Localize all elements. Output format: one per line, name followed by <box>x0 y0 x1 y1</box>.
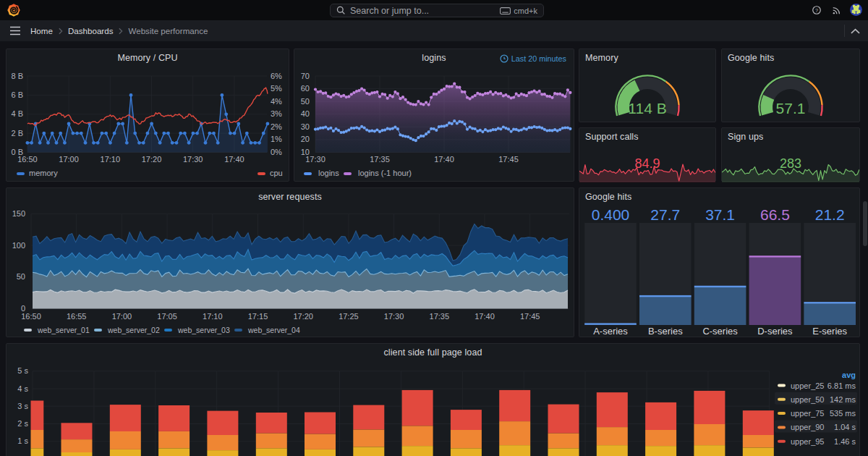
svg-text:D-series: D-series <box>757 326 793 337</box>
svg-text:upper_95: upper_95 <box>791 437 825 446</box>
svg-text:84.9: 84.9 <box>634 156 660 171</box>
svg-text:17:30: 17:30 <box>384 312 404 321</box>
svg-text:2 s: 2 s <box>17 419 28 428</box>
svg-text:web_server_04: web_server_04 <box>247 326 300 334</box>
svg-text:4 B: 4 B <box>11 109 23 118</box>
svg-text:4 s: 4 s <box>17 384 28 393</box>
svg-text:50: 50 <box>301 97 310 106</box>
svg-text:5 s: 5 s <box>17 366 28 375</box>
svg-text:6.81 ms: 6.81 ms <box>827 381 856 390</box>
svg-text:cpu: cpu <box>270 169 283 177</box>
svg-text:17:25: 17:25 <box>339 312 359 321</box>
svg-text:logins: logins <box>318 169 339 177</box>
svg-text:0%: 0% <box>271 148 282 156</box>
svg-text:66.5: 66.5 <box>760 206 790 223</box>
svg-text:logins (-1 hour): logins (-1 hour) <box>358 169 412 177</box>
svg-text:27.7: 27.7 <box>650 206 680 223</box>
svg-text:2%: 2% <box>271 122 282 131</box>
svg-text:17:35: 17:35 <box>430 312 450 321</box>
svg-text:0.400: 0.400 <box>592 206 630 223</box>
svg-text:17:35: 17:35 <box>370 155 390 164</box>
svg-text:17:00: 17:00 <box>112 312 132 321</box>
svg-text:2 B: 2 B <box>11 129 23 138</box>
svg-text:40: 40 <box>301 109 310 118</box>
svg-text:C-series: C-series <box>702 326 738 337</box>
svg-text:17:20: 17:20 <box>142 155 162 164</box>
svg-text:?: ? <box>815 7 818 14</box>
svg-text:6 B: 6 B <box>11 90 23 99</box>
svg-text:37.1: 37.1 <box>705 206 735 223</box>
svg-text:17:45: 17:45 <box>520 312 540 321</box>
svg-text:114 B: 114 B <box>628 100 666 117</box>
svg-text:3%: 3% <box>271 109 282 118</box>
svg-text:1.46 s: 1.46 s <box>834 437 856 446</box>
svg-text:16:50: 16:50 <box>21 312 41 321</box>
svg-text:142 ms: 142 ms <box>830 395 856 404</box>
svg-text:535 ms: 535 ms <box>830 409 856 418</box>
svg-text:web_server_02: web_server_02 <box>107 326 160 334</box>
svg-text:B-series: B-series <box>648 326 683 337</box>
svg-text:1%: 1% <box>271 135 282 143</box>
svg-text:17:30: 17:30 <box>183 155 203 164</box>
svg-text:17:05: 17:05 <box>157 312 177 321</box>
svg-text:50: 50 <box>17 272 25 281</box>
svg-text:17:45: 17:45 <box>498 155 519 164</box>
svg-text:1.04 s: 1.04 s <box>834 423 856 431</box>
svg-text:1 s: 1 s <box>17 436 28 445</box>
svg-text:70: 70 <box>301 72 310 80</box>
svg-text:6%: 6% <box>271 72 282 80</box>
svg-text:16:55: 16:55 <box>67 312 87 321</box>
svg-text:4%: 4% <box>271 97 282 106</box>
svg-text:100: 100 <box>12 241 25 250</box>
svg-text:150: 150 <box>12 209 25 218</box>
svg-text:17:40: 17:40 <box>475 312 495 321</box>
svg-text:57.1: 57.1 <box>776 100 806 117</box>
svg-text:E-series: E-series <box>812 326 847 337</box>
svg-text:60: 60 <box>301 84 310 93</box>
svg-text:21.2: 21.2 <box>815 206 845 223</box>
svg-text:17:15: 17:15 <box>248 312 268 321</box>
svg-text:8 B: 8 B <box>11 72 23 80</box>
svg-text:17:00: 17:00 <box>59 155 79 164</box>
svg-text:17:20: 17:20 <box>293 312 313 321</box>
svg-text:5%: 5% <box>271 84 282 93</box>
svg-text:17:40: 17:40 <box>434 155 454 164</box>
svg-text:web_server_03: web_server_03 <box>177 326 230 334</box>
svg-text:30: 30 <box>301 122 310 131</box>
svg-text:upper_75: upper_75 <box>791 409 825 418</box>
svg-text:16:50: 16:50 <box>17 155 38 164</box>
svg-text:upper_25: upper_25 <box>791 381 825 390</box>
svg-text:avg: avg <box>842 371 856 379</box>
svg-text:17:10: 17:10 <box>101 155 121 164</box>
svg-text:20: 20 <box>301 135 310 143</box>
svg-text:17:30: 17:30 <box>305 155 326 164</box>
svg-text:upper_90: upper_90 <box>791 423 825 431</box>
svg-text:upper_50: upper_50 <box>791 395 825 404</box>
svg-text:memory: memory <box>29 169 58 177</box>
svg-text:283: 283 <box>780 156 801 171</box>
svg-text:17:40: 17:40 <box>224 155 244 164</box>
svg-text:3 s: 3 s <box>17 402 28 410</box>
svg-text:17:10: 17:10 <box>203 312 223 321</box>
svg-text:web_server_01: web_server_01 <box>37 326 90 334</box>
svg-text:A-series: A-series <box>593 326 628 337</box>
